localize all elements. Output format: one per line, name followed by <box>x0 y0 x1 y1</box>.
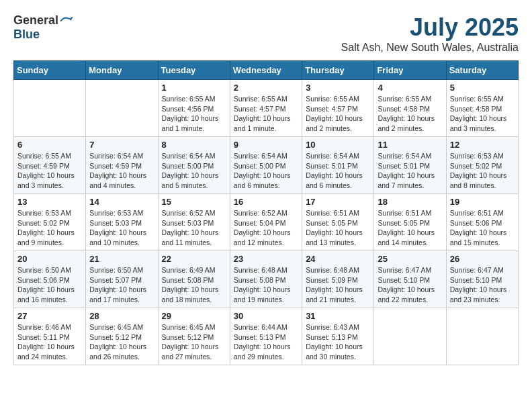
day-info: Sunrise: 6:52 AMSunset: 5:03 PMDaylight:… <box>162 208 226 248</box>
day-info: Sunrise: 6:55 AMSunset: 4:58 PMDaylight:… <box>378 94 442 134</box>
column-header-thursday: Thursday <box>302 61 374 80</box>
column-header-monday: Monday <box>86 61 158 80</box>
logo: General Blue <box>13 13 73 42</box>
day-info: Sunrise: 6:48 AMSunset: 5:08 PMDaylight:… <box>234 265 298 305</box>
day-number: 11 <box>378 140 442 150</box>
day-info: Sunrise: 6:54 AMSunset: 5:01 PMDaylight:… <box>306 151 370 191</box>
column-header-friday: Friday <box>374 61 446 80</box>
day-info: Sunrise: 6:50 AMSunset: 5:06 PMDaylight:… <box>17 265 82 305</box>
day-info: Sunrise: 6:55 AMSunset: 4:58 PMDaylight:… <box>450 94 515 134</box>
calendar-cell: 15Sunrise: 6:52 AMSunset: 5:03 PMDayligh… <box>158 194 230 251</box>
week-row-5: 27Sunrise: 6:46 AMSunset: 5:11 PMDayligh… <box>14 308 519 365</box>
calendar-cell: 18Sunrise: 6:51 AMSunset: 5:05 PMDayligh… <box>374 194 446 251</box>
day-number: 25 <box>378 254 442 264</box>
calendar-cell: 29Sunrise: 6:45 AMSunset: 5:12 PMDayligh… <box>158 308 230 365</box>
day-info: Sunrise: 6:47 AMSunset: 5:10 PMDaylight:… <box>450 265 515 305</box>
day-info: Sunrise: 6:55 AMSunset: 4:59 PMDaylight:… <box>17 151 82 191</box>
day-number: 5 <box>450 83 515 93</box>
calendar-cell: 6Sunrise: 6:55 AMSunset: 4:59 PMDaylight… <box>14 137 86 194</box>
day-number: 26 <box>450 254 515 264</box>
calendar-cell: 2Sunrise: 6:55 AMSunset: 4:57 PMDaylight… <box>230 80 302 137</box>
day-number: 20 <box>17 254 82 264</box>
column-header-tuesday: Tuesday <box>158 61 230 80</box>
day-number: 15 <box>162 197 226 207</box>
day-info: Sunrise: 6:53 AMSunset: 5:02 PMDaylight:… <box>450 151 515 191</box>
day-info: Sunrise: 6:54 AMSunset: 5:00 PMDaylight:… <box>162 151 226 191</box>
calendar-cell: 27Sunrise: 6:46 AMSunset: 5:11 PMDayligh… <box>14 308 86 365</box>
calendar-cell: 9Sunrise: 6:54 AMSunset: 5:00 PMDaylight… <box>230 137 302 194</box>
day-number: 16 <box>234 197 298 207</box>
column-header-sunday: Sunday <box>14 61 86 80</box>
day-info: Sunrise: 6:45 AMSunset: 5:12 PMDaylight:… <box>162 322 226 362</box>
month-title: July 2025 <box>341 13 519 42</box>
day-number: 8 <box>162 140 226 150</box>
calendar-cell: 4Sunrise: 6:55 AMSunset: 4:58 PMDaylight… <box>374 80 446 137</box>
calendar-cell: 11Sunrise: 6:54 AMSunset: 5:01 PMDayligh… <box>374 137 446 194</box>
calendar-cell: 1Sunrise: 6:55 AMSunset: 4:56 PMDaylight… <box>158 80 230 137</box>
day-number: 23 <box>234 254 298 264</box>
calendar-cell: 7Sunrise: 6:54 AMSunset: 4:59 PMDaylight… <box>86 137 158 194</box>
logo-general-text: General <box>13 13 58 28</box>
day-number: 12 <box>450 140 515 150</box>
calendar-cell: 23Sunrise: 6:48 AMSunset: 5:08 PMDayligh… <box>230 251 302 308</box>
day-info: Sunrise: 6:50 AMSunset: 5:07 PMDaylight:… <box>89 265 154 305</box>
day-info: Sunrise: 6:47 AMSunset: 5:10 PMDaylight:… <box>378 265 442 305</box>
day-number: 14 <box>89 197 154 207</box>
day-number: 2 <box>234 83 298 93</box>
day-number: 3 <box>306 83 370 93</box>
day-number: 28 <box>89 311 154 321</box>
day-info: Sunrise: 6:55 AMSunset: 4:57 PMDaylight:… <box>306 94 370 134</box>
calendar-header-row: SundayMondayTuesdayWednesdayThursdayFrid… <box>14 61 519 80</box>
week-row-2: 6Sunrise: 6:55 AMSunset: 4:59 PMDaylight… <box>14 137 519 194</box>
day-info: Sunrise: 6:49 AMSunset: 5:08 PMDaylight:… <box>162 265 226 305</box>
day-info: Sunrise: 6:54 AMSunset: 5:00 PMDaylight:… <box>234 151 298 191</box>
day-number: 1 <box>162 83 226 93</box>
calendar-cell: 17Sunrise: 6:51 AMSunset: 5:05 PMDayligh… <box>302 194 374 251</box>
calendar-cell: 24Sunrise: 6:48 AMSunset: 5:09 PMDayligh… <box>302 251 374 308</box>
page-header: General Blue July 2025 Salt Ash, New Sou… <box>13 13 519 54</box>
day-info: Sunrise: 6:53 AMSunset: 5:03 PMDaylight:… <box>89 208 154 248</box>
calendar-cell: 31Sunrise: 6:43 AMSunset: 5:13 PMDayligh… <box>302 308 374 365</box>
calendar-cell: 8Sunrise: 6:54 AMSunset: 5:00 PMDaylight… <box>158 137 230 194</box>
week-row-1: 1Sunrise: 6:55 AMSunset: 4:56 PMDaylight… <box>14 80 519 137</box>
calendar-cell: 21Sunrise: 6:50 AMSunset: 5:07 PMDayligh… <box>86 251 158 308</box>
calendar-cell: 14Sunrise: 6:53 AMSunset: 5:03 PMDayligh… <box>86 194 158 251</box>
calendar-cell: 12Sunrise: 6:53 AMSunset: 5:02 PMDayligh… <box>446 137 518 194</box>
calendar-table: SundayMondayTuesdayWednesdayThursdayFrid… <box>13 60 519 365</box>
day-info: Sunrise: 6:44 AMSunset: 5:13 PMDaylight:… <box>234 322 298 362</box>
column-header-wednesday: Wednesday <box>230 61 302 80</box>
calendar-cell: 13Sunrise: 6:53 AMSunset: 5:02 PMDayligh… <box>14 194 86 251</box>
day-info: Sunrise: 6:45 AMSunset: 5:12 PMDaylight:… <box>89 322 154 362</box>
calendar-cell <box>86 80 158 137</box>
calendar-cell: 19Sunrise: 6:51 AMSunset: 5:06 PMDayligh… <box>446 194 518 251</box>
day-info: Sunrise: 6:55 AMSunset: 4:56 PMDaylight:… <box>162 94 226 134</box>
column-header-saturday: Saturday <box>446 61 518 80</box>
calendar-cell: 28Sunrise: 6:45 AMSunset: 5:12 PMDayligh… <box>86 308 158 365</box>
day-number: 6 <box>17 140 82 150</box>
day-info: Sunrise: 6:48 AMSunset: 5:09 PMDaylight:… <box>306 265 370 305</box>
day-info: Sunrise: 6:54 AMSunset: 4:59 PMDaylight:… <box>89 151 154 191</box>
day-number: 19 <box>450 197 515 207</box>
logo-icon <box>60 14 73 28</box>
calendar-cell: 22Sunrise: 6:49 AMSunset: 5:08 PMDayligh… <box>158 251 230 308</box>
calendar-cell <box>14 80 86 137</box>
calendar-cell <box>374 308 446 365</box>
calendar-cell: 10Sunrise: 6:54 AMSunset: 5:01 PMDayligh… <box>302 137 374 194</box>
day-number: 4 <box>378 83 442 93</box>
day-info: Sunrise: 6:53 AMSunset: 5:02 PMDaylight:… <box>17 208 82 248</box>
calendar-cell: 30Sunrise: 6:44 AMSunset: 5:13 PMDayligh… <box>230 308 302 365</box>
day-number: 31 <box>306 311 370 321</box>
day-number: 21 <box>89 254 154 264</box>
title-block: July 2025 Salt Ash, New South Wales, Aus… <box>341 13 519 54</box>
day-number: 18 <box>378 197 442 207</box>
day-number: 13 <box>17 197 82 207</box>
day-info: Sunrise: 6:52 AMSunset: 5:04 PMDaylight:… <box>234 208 298 248</box>
logo-blue-text: Blue <box>13 28 40 42</box>
day-number: 30 <box>234 311 298 321</box>
day-number: 29 <box>162 311 226 321</box>
day-info: Sunrise: 6:51 AMSunset: 5:05 PMDaylight:… <box>306 208 370 248</box>
calendar-cell: 20Sunrise: 6:50 AMSunset: 5:06 PMDayligh… <box>14 251 86 308</box>
week-row-4: 20Sunrise: 6:50 AMSunset: 5:06 PMDayligh… <box>14 251 519 308</box>
day-number: 9 <box>234 140 298 150</box>
day-info: Sunrise: 6:51 AMSunset: 5:06 PMDaylight:… <box>450 208 515 248</box>
